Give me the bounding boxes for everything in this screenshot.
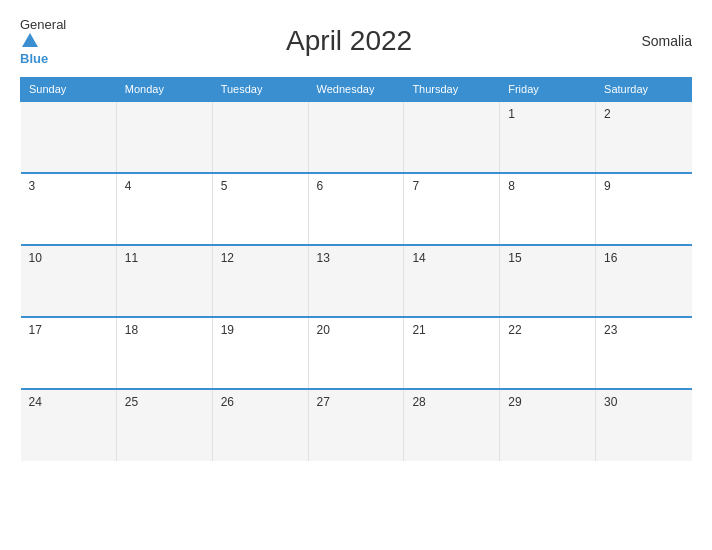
calendar-day-cell: 19 [212, 317, 308, 389]
country-label: Somalia [632, 33, 692, 49]
calendar-day-cell: 2 [596, 101, 692, 173]
calendar-week-row: 10111213141516 [21, 245, 692, 317]
calendar-day-cell: 5 [212, 173, 308, 245]
calendar-week-row: 12 [21, 101, 692, 173]
calendar-day-cell: 18 [116, 317, 212, 389]
day-number: 14 [412, 251, 425, 265]
day-number: 6 [317, 179, 324, 193]
day-number: 1 [508, 107, 515, 121]
logo: General Blue [20, 15, 66, 67]
header-thursday: Thursday [404, 78, 500, 102]
calendar-day-cell: 24 [21, 389, 117, 461]
day-number: 4 [125, 179, 132, 193]
header-saturday: Saturday [596, 78, 692, 102]
calendar-day-cell: 28 [404, 389, 500, 461]
header-sunday: Sunday [21, 78, 117, 102]
calendar-day-cell: 9 [596, 173, 692, 245]
calendar-day-cell: 21 [404, 317, 500, 389]
calendar-day-cell: 12 [212, 245, 308, 317]
calendar-day-cell: 1 [500, 101, 596, 173]
calendar-day-cell: 17 [21, 317, 117, 389]
logo-triangle-icon [22, 33, 38, 47]
logo-general-text: General [20, 17, 66, 32]
calendar-day-cell: 23 [596, 317, 692, 389]
calendar-day-cell [308, 101, 404, 173]
day-number: 9 [604, 179, 611, 193]
day-number: 20 [317, 323, 330, 337]
calendar-title: April 2022 [66, 25, 632, 57]
day-number: 3 [29, 179, 36, 193]
day-number: 26 [221, 395, 234, 409]
calendar-table: Sunday Monday Tuesday Wednesday Thursday… [20, 77, 692, 461]
day-number: 16 [604, 251, 617, 265]
day-number: 25 [125, 395, 138, 409]
calendar-day-cell: 6 [308, 173, 404, 245]
calendar-day-cell [116, 101, 212, 173]
calendar-day-cell: 10 [21, 245, 117, 317]
calendar-day-cell [404, 101, 500, 173]
header-monday: Monday [116, 78, 212, 102]
day-number: 30 [604, 395, 617, 409]
calendar-day-cell: 30 [596, 389, 692, 461]
day-number: 11 [125, 251, 138, 265]
page: General Blue April 2022 Somalia Sunday M… [0, 0, 712, 550]
logo-blue-text: Blue [20, 51, 48, 66]
calendar-day-cell: 7 [404, 173, 500, 245]
day-number: 10 [29, 251, 42, 265]
calendar-day-cell: 27 [308, 389, 404, 461]
calendar-day-cell: 14 [404, 245, 500, 317]
calendar-day-cell [212, 101, 308, 173]
calendar-day-cell: 22 [500, 317, 596, 389]
calendar-day-cell: 20 [308, 317, 404, 389]
day-number: 21 [412, 323, 425, 337]
day-number: 24 [29, 395, 42, 409]
day-number: 18 [125, 323, 138, 337]
day-number: 22 [508, 323, 521, 337]
calendar-week-row: 17181920212223 [21, 317, 692, 389]
calendar-day-cell: 8 [500, 173, 596, 245]
day-number: 27 [317, 395, 330, 409]
day-number: 2 [604, 107, 611, 121]
header-wednesday: Wednesday [308, 78, 404, 102]
calendar-day-cell: 3 [21, 173, 117, 245]
day-number: 13 [317, 251, 330, 265]
header: General Blue April 2022 Somalia [20, 15, 692, 67]
calendar-day-cell: 4 [116, 173, 212, 245]
header-friday: Friday [500, 78, 596, 102]
calendar-day-cell [21, 101, 117, 173]
day-number: 15 [508, 251, 521, 265]
calendar-day-cell: 11 [116, 245, 212, 317]
day-number: 19 [221, 323, 234, 337]
header-tuesday: Tuesday [212, 78, 308, 102]
day-number: 12 [221, 251, 234, 265]
calendar-day-cell: 29 [500, 389, 596, 461]
calendar-day-cell: 26 [212, 389, 308, 461]
day-number: 17 [29, 323, 42, 337]
day-number: 23 [604, 323, 617, 337]
day-number: 29 [508, 395, 521, 409]
calendar-day-cell: 25 [116, 389, 212, 461]
calendar-week-row: 24252627282930 [21, 389, 692, 461]
calendar-day-cell: 16 [596, 245, 692, 317]
day-number: 28 [412, 395, 425, 409]
day-number: 8 [508, 179, 515, 193]
calendar-week-row: 3456789 [21, 173, 692, 245]
day-number: 5 [221, 179, 228, 193]
calendar-day-cell: 15 [500, 245, 596, 317]
calendar-day-cell: 13 [308, 245, 404, 317]
days-header-row: Sunday Monday Tuesday Wednesday Thursday… [21, 78, 692, 102]
day-number: 7 [412, 179, 419, 193]
